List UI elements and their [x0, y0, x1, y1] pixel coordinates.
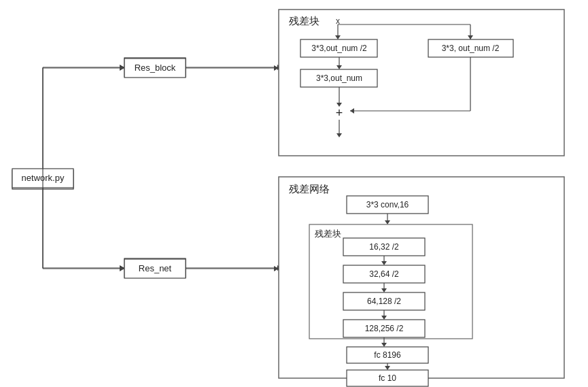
svg-text:3*3,out_num /2: 3*3,out_num /2 [311, 44, 367, 53]
svg-marker-69 [274, 266, 279, 271]
svg-text:+: + [336, 106, 343, 120]
overlay-diagram: network.py Res_block Res_net 残差块 x 3*3,o… [0, 0, 588, 387]
svg-text:残差网络: 残差网络 [289, 183, 330, 195]
svg-marker-5 [120, 65, 124, 71]
svg-text:3*3,out_num: 3*3,out_num [316, 73, 362, 83]
svg-text:3*3, out_num /2: 3*3, out_num /2 [442, 44, 500, 53]
svg-text:3*3 conv,16: 3*3 conv,16 [366, 200, 409, 209]
svg-text:64,128 /2: 64,128 /2 [367, 297, 401, 306]
svg-text:Res_net: Res_net [139, 263, 172, 273]
svg-marker-37 [274, 65, 279, 71]
svg-text:32,64 /2: 32,64 /2 [369, 269, 399, 279]
svg-text:残差块: 残差块 [315, 229, 341, 239]
svg-marker-7 [120, 266, 124, 271]
svg-text:128,256 /2: 128,256 /2 [365, 324, 404, 333]
svg-text:16,32 /2: 16,32 /2 [369, 242, 399, 252]
svg-text:残差块: 残差块 [289, 15, 319, 27]
svg-text:Res_block: Res_block [135, 63, 176, 73]
svg-text:fc 8196: fc 8196 [374, 350, 401, 360]
svg-text:fc 10: fc 10 [379, 373, 396, 383]
